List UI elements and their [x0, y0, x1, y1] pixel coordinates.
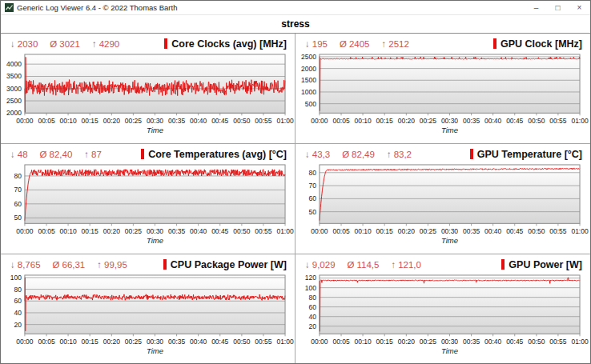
svg-text:100: 100 — [305, 284, 316, 292]
svg-text:1000: 1000 — [301, 88, 316, 96]
svg-text:00:30: 00:30 — [147, 227, 163, 235]
svg-text:60: 60 — [309, 194, 317, 202]
stat-min: ↓2030 — [10, 39, 38, 49]
svg-text:00:30: 00:30 — [147, 117, 163, 125]
svg-text:00:05: 00:05 — [38, 227, 54, 235]
max-arrow-icon: ↑ — [391, 260, 396, 270]
svg-text:00:55: 00:55 — [255, 227, 271, 235]
stat-max-value: 4290 — [99, 39, 120, 49]
stat-avg-value: 3021 — [59, 39, 80, 49]
svg-text:00:45: 00:45 — [211, 338, 228, 346]
svg-text:00:25: 00:25 — [420, 117, 436, 125]
chart-title-text: CPU Package Power [W] — [171, 259, 287, 270]
svg-text:00:35: 00:35 — [463, 117, 480, 125]
svg-text:00:30: 00:30 — [147, 338, 163, 346]
stat-avg: Ø114,5 — [348, 260, 380, 270]
maximize-button[interactable]: □ — [547, 2, 569, 14]
svg-text:00:50: 00:50 — [233, 227, 250, 235]
svg-text:00:00: 00:00 — [16, 117, 33, 125]
svg-text:00:40: 00:40 — [190, 227, 207, 235]
chart-panel-gpu-power: ↓9,029 Ø114,5 ↑121,0 GPU Power [W] 20406… — [296, 254, 590, 364]
svg-text:00:45: 00:45 — [506, 227, 523, 235]
min-arrow-icon: ↓ — [10, 39, 15, 49]
svg-text:00:30: 00:30 — [441, 117, 458, 125]
stat-min-value: 8,765 — [18, 260, 41, 270]
chart-title-text: Core Clocks (avg) [MHz] — [171, 38, 287, 50]
svg-text:40: 40 — [14, 309, 22, 317]
svg-text:00:40: 00:40 — [484, 227, 501, 235]
svg-text:00:40: 00:40 — [190, 338, 207, 346]
stat-max-value: 99,95 — [104, 260, 127, 270]
avg-icon: Ø — [50, 39, 57, 49]
stat-avg-value: 114,5 — [356, 260, 379, 270]
chart-core-temperatures-plot[interactable]: 5060708000:0000:0500:1000:1500:2000:2500… — [1, 162, 296, 254]
stat-max: ↑87 — [84, 150, 102, 159]
svg-text:00:45: 00:45 — [211, 227, 228, 235]
close-button[interactable]: × — [569, 2, 590, 14]
svg-text:40: 40 — [309, 313, 317, 321]
svg-text:00:55: 00:55 — [549, 338, 566, 346]
chart-stats: ↓2030 Ø3021 ↑4290 — [10, 39, 119, 49]
chart-core-clocks-plot[interactable]: 2000250030003500400000:0000:0500:1000:15… — [1, 51, 296, 143]
chart-stats: ↓48 Ø82,40 ↑87 — [10, 150, 102, 159]
chart-title: GPU Power [W] — [501, 259, 582, 270]
chart-header: ↓48 Ø82,40 ↑87 Core Temperatures (avg) [… — [1, 146, 295, 162]
stat-avg: Ø3021 — [50, 39, 80, 49]
title-bar: Generic Log Viewer 6.4 - © 2022 Thomas B… — [1, 1, 590, 15]
svg-text:00:20: 00:20 — [103, 338, 120, 346]
chart-panel-gpu-temperature: ↓43,3 Ø82,49 ↑83,2 GPU Temperature [°C] … — [296, 144, 590, 254]
svg-text:Time: Time — [147, 346, 163, 355]
chart-header: ↓9,029 Ø114,5 ↑121,0 GPU Power [W] — [296, 257, 590, 272]
svg-text:00:50: 00:50 — [528, 338, 545, 346]
avg-icon: Ø — [342, 150, 349, 159]
stat-avg: Ø82,49 — [342, 150, 375, 159]
svg-text:Time: Time — [147, 126, 163, 134]
min-arrow-icon: ↓ — [305, 150, 310, 159]
stat-min: ↓43,3 — [305, 150, 330, 159]
svg-text:00:50: 00:50 — [528, 227, 545, 235]
svg-text:01:00: 01:00 — [276, 338, 293, 346]
series-color-marker — [501, 259, 505, 270]
svg-text:00:55: 00:55 — [255, 338, 271, 346]
max-arrow-icon: ↑ — [92, 39, 97, 49]
chart-header: ↓195 Ø2405 ↑2512 GPU Clock [MHz] — [296, 36, 590, 51]
svg-text:00:35: 00:35 — [168, 227, 185, 235]
chart-cpu-package-power-plot[interactable]: 2040608010000:0000:0500:1000:1500:2000:2… — [1, 272, 296, 364]
chart-panel-core-clocks: ↓2030 Ø3021 ↑4290 Core Clocks (avg) [MHz… — [1, 34, 296, 144]
svg-text:00:35: 00:35 — [168, 117, 185, 125]
chart-gpu-clock-plot[interactable]: 500100015002000250000:0000:0500:1000:150… — [296, 51, 590, 143]
svg-text:80: 80 — [309, 294, 317, 302]
chart-gpu-power-plot[interactable]: 2040608010012000:0000:0500:1000:1500:200… — [296, 272, 590, 364]
series-color-marker — [493, 38, 497, 49]
series-color-marker — [163, 259, 167, 270]
svg-text:4000: 4000 — [6, 60, 22, 68]
chart-title-text: GPU Clock [MHz] — [501, 38, 582, 50]
svg-text:00:25: 00:25 — [125, 227, 142, 235]
svg-text:60: 60 — [14, 297, 22, 305]
svg-text:Time: Time — [441, 236, 458, 245]
svg-text:80: 80 — [14, 286, 22, 294]
svg-text:00:20: 00:20 — [398, 338, 415, 346]
stat-max: ↑121,0 — [391, 260, 421, 270]
chart-title: Core Clocks (avg) [MHz] — [164, 38, 287, 50]
stat-max-value: 2512 — [388, 39, 409, 49]
svg-text:01:00: 01:00 — [571, 117, 588, 125]
svg-text:80: 80 — [309, 169, 317, 177]
svg-text:80: 80 — [14, 172, 22, 180]
stat-avg: Ø82,40 — [40, 150, 73, 159]
chart-header: ↓43,3 Ø82,49 ↑83,2 GPU Temperature [°C] — [296, 146, 590, 162]
stat-max-value: 83,2 — [394, 150, 412, 159]
svg-text:00:45: 00:45 — [211, 117, 228, 125]
svg-text:00:30: 00:30 — [441, 227, 458, 235]
minimize-button[interactable]: – — [525, 2, 547, 14]
chart-title-text: Core Temperatures (avg) [°C] — [148, 149, 287, 160]
tab-stress[interactable]: stress — [270, 18, 320, 30]
svg-text:Time: Time — [147, 236, 163, 245]
series-color-marker — [470, 149, 473, 159]
stat-min-value: 9,029 — [312, 260, 336, 270]
chart-gpu-temperature-plot[interactable]: 5060708000:0000:0500:1000:1500:2000:2500… — [296, 162, 590, 254]
svg-text:00:25: 00:25 — [125, 117, 142, 125]
svg-text:00:05: 00:05 — [38, 338, 54, 346]
avg-icon: Ø — [340, 39, 347, 49]
avg-icon: Ø — [53, 260, 60, 270]
